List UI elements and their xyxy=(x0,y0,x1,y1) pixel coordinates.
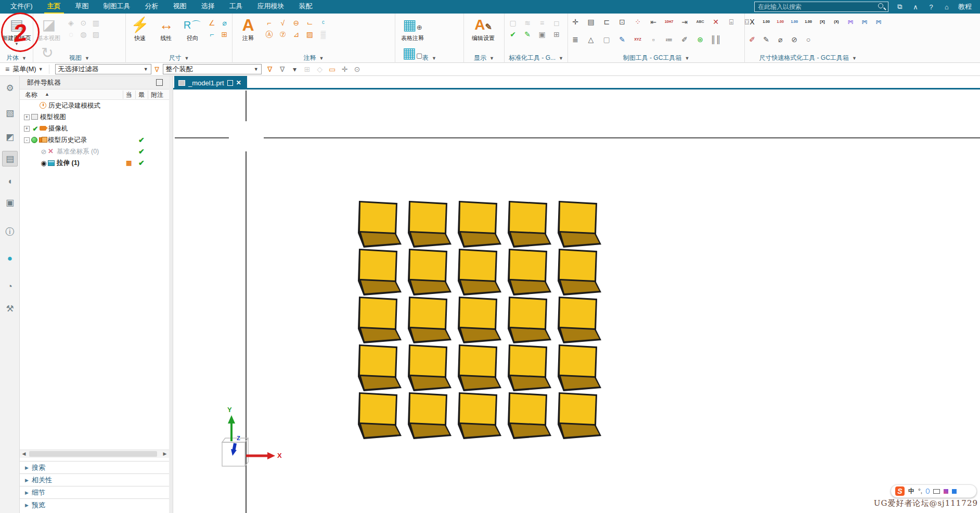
white-square-icon[interactable]: ▫ xyxy=(648,34,659,45)
menu-item-选择[interactable]: 选择 xyxy=(198,0,218,14)
angle-dim-icon[interactable]: ∠ xyxy=(207,18,217,28)
tree-row[interactable]: -模型历史记录✔ xyxy=(20,134,169,146)
fit-h1-icon[interactable]: [H] xyxy=(845,17,856,27)
navigator-hscrollbar[interactable]: ◀ ▶ xyxy=(20,450,169,458)
triangle-icon[interactable]: △ xyxy=(586,34,596,45)
reuse-library-icon[interactable]: ◖ xyxy=(2,174,18,189)
projected-view-icon[interactable]: ◈ xyxy=(66,18,76,28)
xyz-icon[interactable]: XYZ xyxy=(633,34,643,45)
abc-icon[interactable]: ABC xyxy=(695,17,705,27)
status-dot-icon[interactable] xyxy=(31,137,37,143)
dim-pen-icon[interactable]: ✎ xyxy=(761,34,771,45)
column-max[interactable]: 最 xyxy=(138,91,145,99)
linear-dimension-button[interactable]: ↔ 线性 xyxy=(154,16,178,42)
extruded-block[interactable] xyxy=(406,392,454,441)
ime-toolbar[interactable]: S 中 °, xyxy=(891,484,977,498)
zoom-symbol-icon[interactable]: ⊖ xyxy=(291,18,301,28)
radial-dimension-button[interactable]: R⌒ 径向 xyxy=(180,16,204,42)
hidden-eye-icon[interactable]: ⊘ xyxy=(40,148,48,156)
scroll-left-icon[interactable]: ◀ xyxy=(20,450,28,458)
extruded-block[interactable] xyxy=(506,344,553,393)
collapse-icon[interactable]: - xyxy=(24,137,30,143)
dim-edit-icon[interactable]: ✐ xyxy=(747,34,757,45)
extruded-block[interactable] xyxy=(406,344,454,393)
extruded-block[interactable] xyxy=(356,392,404,441)
break-view-icon[interactable]: ◌ xyxy=(66,29,76,40)
view-edit-icon[interactable]: ▨ xyxy=(91,29,101,40)
menu-item-分析[interactable]: 分析 xyxy=(142,0,162,14)
tree-row-label[interactable]: 拉伸 (1) xyxy=(57,159,80,168)
intersection-icon[interactable]: ⌙ xyxy=(304,18,315,28)
extruded-block[interactable] xyxy=(356,249,404,298)
menu-button[interactable]: 菜单(M) xyxy=(12,65,36,74)
dia-off-icon[interactable]: ⊘ xyxy=(789,34,800,45)
datum-target-icon[interactable]: Ⓐ xyxy=(264,29,274,40)
ime-language-mode[interactable]: 中 xyxy=(908,487,914,496)
select-point-icon[interactable]: ⊙ xyxy=(352,64,363,74)
bracket-icon[interactable]: ⊏ xyxy=(601,17,612,27)
chamfer-dim-icon[interactable]: ⌐ xyxy=(207,29,217,40)
filter-reset-icon[interactable]: ∇ xyxy=(265,64,275,74)
extruded-block[interactable] xyxy=(456,392,504,441)
edit-settings-button[interactable]: A✎ 编辑设置 xyxy=(464,16,502,42)
tree-row-label[interactable]: 历史记录建模模式 xyxy=(48,101,100,110)
extruded-block[interactable] xyxy=(356,344,404,393)
search-icon[interactable] xyxy=(878,3,883,8)
dia-on-icon[interactable]: ⌀ xyxy=(775,34,785,45)
extruded-block[interactable] xyxy=(356,201,404,250)
doc-list-icon[interactable]: ≔ xyxy=(664,34,674,45)
box-check-icon[interactable]: ▣ xyxy=(537,29,547,40)
view-box-icon[interactable]: ▤ xyxy=(586,17,596,27)
leader-note-icon[interactable]: ⌐ xyxy=(264,18,274,28)
menu-item-视图[interactable]: 视图 xyxy=(170,0,190,14)
stamp-check-icon[interactable]: ✔ xyxy=(508,29,518,40)
hamburger-icon[interactable]: ≡ xyxy=(5,65,9,73)
section-view-icon[interactable]: ⊙ xyxy=(78,18,88,28)
barcode-icon[interactable]: ║║ xyxy=(711,34,721,45)
select-edge-icon[interactable]: ✛ xyxy=(340,64,350,74)
menu-item-文件(F)[interactable]: 文件(F) xyxy=(7,0,36,14)
column-current[interactable]: 当 xyxy=(126,91,132,99)
extruded-block[interactable] xyxy=(456,249,504,298)
menu-item-制图工具[interactable]: 制图工具 xyxy=(100,0,134,14)
group-label-display[interactable]: 显示▼ xyxy=(464,54,504,62)
dec-100-icon[interactable]: 1.00 xyxy=(761,17,771,27)
group-label-dim-format[interactable]: 尺寸快速格式化工具 - GC工具箱▼ xyxy=(745,54,871,62)
gear-box-icon[interactable]: ⊞ xyxy=(551,29,562,40)
tag-icon[interactable]: ◻ xyxy=(551,18,562,28)
extruded-block[interactable] xyxy=(456,201,504,250)
extruded-block[interactable] xyxy=(506,392,553,441)
h-bars-icon[interactable]: ⇥ xyxy=(679,17,690,27)
group-label-annotation[interactable]: 注释▼ xyxy=(233,54,395,62)
tutorial-icon[interactable]: ⌂ xyxy=(943,3,951,11)
help-icon[interactable]: ? xyxy=(927,3,935,11)
pencil-icon[interactable]: ✎ xyxy=(617,34,627,45)
menu-item-工具[interactable]: 工具 xyxy=(226,0,246,14)
ordinate-dim-icon[interactable]: ⊞ xyxy=(219,29,229,40)
process-studio-icon[interactable]: ⚒ xyxy=(2,301,18,316)
selection-filter-combo[interactable]: 无选择过滤器▼ xyxy=(55,64,151,74)
microphone-icon[interactable] xyxy=(926,489,930,494)
group-label-sheet[interactable]: 片体▼ xyxy=(0,54,33,62)
h-fit-icon[interactable]: ⇤ xyxy=(648,17,659,27)
tree-row-label[interactable]: 摄像机 xyxy=(48,124,68,133)
flag-note-icon[interactable]: ⊿ xyxy=(291,29,301,40)
extruded-block[interactable] xyxy=(506,297,553,345)
hole-dim-icon[interactable]: ⌀ xyxy=(219,18,229,28)
extruded-block[interactable] xyxy=(556,392,603,441)
extruded-block[interactable] xyxy=(356,297,404,345)
panel-搜索[interactable]: ▶搜索 xyxy=(20,461,169,473)
x-mark-icon[interactable]: ✕ xyxy=(711,17,721,27)
menu-item-装配[interactable]: 装配 xyxy=(296,0,316,14)
boxed-x-icon[interactable]: [X] xyxy=(817,17,828,27)
grid-plus-icon[interactable]: ⁘ xyxy=(633,17,643,27)
extruded-block[interactable] xyxy=(506,201,553,250)
visible-eye-icon[interactable]: ◉ xyxy=(40,159,48,167)
extruded-block[interactable] xyxy=(406,297,454,345)
id-symbol-icon[interactable]: ⑦ xyxy=(277,29,288,40)
tree-row[interactable]: +✔摄像机 xyxy=(20,123,169,134)
dec-139-icon[interactable]: 1.00 xyxy=(803,17,814,27)
fit-10h7-icon[interactable]: 10H7 xyxy=(664,17,674,27)
tree-row[interactable]: +模型视图 xyxy=(20,111,169,123)
assembly-navigator-icon[interactable]: ▧ xyxy=(2,105,18,121)
